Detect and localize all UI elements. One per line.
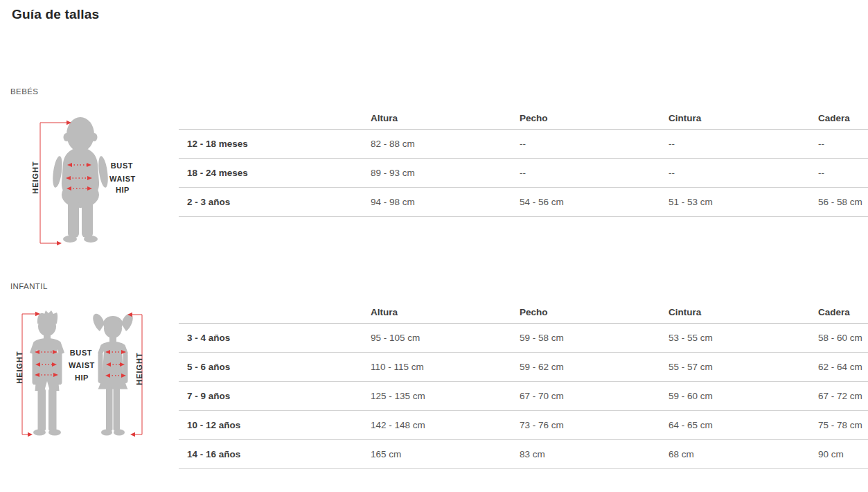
pecho-value: -- xyxy=(511,159,660,188)
size-label: 2 - 3 años xyxy=(179,188,362,217)
size-table-bebes: Altura Pecho Cintura Cadera 12 - 18 mese… xyxy=(179,109,868,217)
column-header-size xyxy=(179,109,362,130)
column-header-size xyxy=(179,304,362,324)
altura-value: 142 - 148 cm xyxy=(362,411,511,440)
girl-height-label: HEIGHT xyxy=(135,352,143,385)
baby-silhouette xyxy=(51,117,109,243)
column-header-pecho: Pecho xyxy=(511,304,660,324)
table-row: 18 - 24 meses 89 - 93 cm -- -- -- xyxy=(179,159,868,188)
table-row: 5 - 6 años 110 - 115 cm 59 - 62 cm 55 - … xyxy=(179,353,868,382)
table-header-row: Altura Pecho Cintura Cadera xyxy=(179,109,868,130)
altura-value: 89 - 93 cm xyxy=(362,159,511,188)
section-body-infantil: HEIGHT HEIGHT BUST WAIST HIP Altura Pech… xyxy=(10,304,868,469)
size-label: 18 - 24 meses xyxy=(179,159,362,188)
altura-value: 125 - 135 cm xyxy=(362,382,511,411)
table-row: 3 - 4 años 95 - 105 cm 59 - 58 cm 53 - 5… xyxy=(179,324,868,353)
cadera-value: 75 - 78 cm xyxy=(810,411,868,440)
size-label: 12 - 18 meses xyxy=(179,130,362,159)
baby-measurement-figure: HEIGHT BUST WAIST HIP xyxy=(10,113,159,248)
size-label: 10 - 12 años xyxy=(179,411,362,440)
height-label: HEIGHT xyxy=(31,161,39,194)
column-header-altura: Altura xyxy=(362,109,511,130)
bust-label: BUST xyxy=(70,349,92,357)
pecho-value: 73 - 76 cm xyxy=(511,411,660,440)
boy-height-label: HEIGHT xyxy=(15,351,24,384)
pecho-value: 54 - 56 cm xyxy=(511,188,660,217)
cadera-value: 67 - 72 cm xyxy=(810,382,868,411)
cintura-value: 51 - 53 cm xyxy=(660,188,810,217)
bust-label: BUST xyxy=(111,161,133,170)
hip-label: HIP xyxy=(75,374,89,382)
size-label: 7 - 9 años xyxy=(179,382,362,411)
section-label-bebes: BEBÉS xyxy=(10,87,868,96)
cintura-value: 68 cm xyxy=(660,440,810,469)
hip-label: HIP xyxy=(116,186,130,194)
column-header-altura: Altura xyxy=(362,304,511,324)
column-header-cintura: Cintura xyxy=(660,304,810,324)
altura-value: 94 - 98 cm xyxy=(362,188,511,217)
pecho-value: 59 - 62 cm xyxy=(511,353,660,382)
altura-value: 110 - 115 cm xyxy=(362,353,511,382)
cadera-value: 90 cm xyxy=(810,440,868,469)
pecho-value: 59 - 58 cm xyxy=(511,324,660,353)
cintura-value: 64 - 65 cm xyxy=(660,411,810,440)
cintura-value: 59 - 60 cm xyxy=(660,382,810,411)
infantil-figure-area: HEIGHT HEIGHT BUST WAIST HIP xyxy=(10,304,179,438)
size-guide-page: Guía de tallas BEBÉS xyxy=(0,7,868,492)
cadera-value: -- xyxy=(810,159,868,188)
page-title: Guía de tallas xyxy=(12,7,868,22)
pecho-value: -- xyxy=(511,130,660,159)
boy-silhouette xyxy=(30,310,64,436)
cadera-value: 58 - 60 cm xyxy=(810,324,868,353)
section-body-bebes: HEIGHT BUST WAIST HIP Altura Pecho Cintu… xyxy=(10,109,868,248)
table-row: 12 - 18 meses 82 - 88 cm -- -- -- xyxy=(179,130,868,159)
table-header-row: Altura Pecho Cintura Cadera xyxy=(179,304,868,324)
table-row: 10 - 12 años 142 - 148 cm 73 - 76 cm 64 … xyxy=(179,411,868,440)
cintura-value: -- xyxy=(660,130,810,159)
children-measurement-figure: HEIGHT HEIGHT BUST WAIST HIP xyxy=(14,310,173,438)
cadera-value: -- xyxy=(810,130,868,159)
bebes-figure-area: HEIGHT BUST WAIST HIP xyxy=(10,109,179,248)
column-header-pecho: Pecho xyxy=(511,109,660,130)
girl-silhouette xyxy=(93,314,133,436)
altura-value: 95 - 105 cm xyxy=(362,324,511,353)
altura-value: 82 - 88 cm xyxy=(362,130,511,159)
table-row: 7 - 9 años 125 - 135 cm 67 - 70 cm 59 - … xyxy=(179,382,868,411)
section-label-infantil: INFANTIL xyxy=(10,282,868,290)
table-row: 14 - 16 años 165 cm 83 cm 68 cm 90 cm xyxy=(179,440,868,469)
cadera-value: 56 - 58 cm xyxy=(810,188,868,217)
waist-label: WAIST xyxy=(109,175,136,183)
cadera-value: 62 - 64 cm xyxy=(810,353,868,382)
size-table-infantil: Altura Pecho Cintura Cadera 3 - 4 años 9… xyxy=(179,304,868,469)
size-label: 3 - 4 años xyxy=(179,324,362,353)
column-header-cadera: Cadera xyxy=(810,304,868,324)
cintura-value: 53 - 55 cm xyxy=(660,324,810,353)
cintura-value: -- xyxy=(660,159,810,188)
section-bebes: BEBÉS xyxy=(10,87,868,248)
pecho-value: 83 cm xyxy=(511,440,660,469)
column-header-cintura: Cintura xyxy=(660,109,810,130)
altura-value: 165 cm xyxy=(362,440,511,469)
size-label: 14 - 16 años xyxy=(179,440,362,469)
cintura-value: 55 - 57 cm xyxy=(660,353,810,382)
waist-label: WAIST xyxy=(69,361,95,369)
pecho-value: 67 - 70 cm xyxy=(511,382,660,411)
section-infantil: INFANTIL xyxy=(10,282,868,469)
size-label: 5 - 6 años xyxy=(179,353,362,382)
column-header-cadera: Cadera xyxy=(810,109,868,130)
table-row: 2 - 3 años 94 - 98 cm 54 - 56 cm 51 - 53… xyxy=(179,188,868,217)
